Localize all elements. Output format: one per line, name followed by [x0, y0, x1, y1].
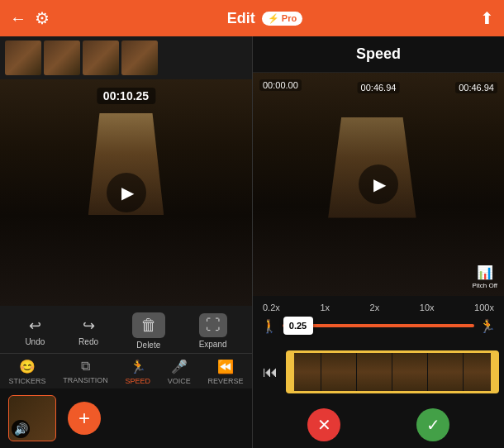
- timeline-frames: [286, 350, 499, 393]
- reverse-label: REVERSE: [208, 377, 244, 385]
- share-button[interactable]: ⬆: [480, 8, 494, 28]
- action-buttons: ↩ Undo ↪ Redo 🗑 Delete ⛶ Expand: [0, 306, 252, 353]
- reverse-icon: ⏪: [217, 359, 234, 374]
- edit-label: Edit: [227, 10, 255, 27]
- undo-icon: ↩: [29, 317, 41, 335]
- audio-icon: 🔊: [12, 420, 30, 438]
- settings-button[interactable]: ⚙: [35, 8, 50, 28]
- pitch-off-button[interactable]: 📊 Pitch Off: [472, 265, 497, 289]
- delete-icon: 🗑: [132, 312, 165, 338]
- tool-tabs: 😊 STICKERS ⧉ TRANSITION 🏃 SPEED 🎤 VOICE …: [0, 353, 252, 388]
- speed-label-2x: 2x: [370, 303, 380, 312]
- back-button[interactable]: ←: [10, 9, 26, 28]
- rewind-button[interactable]: ⏮: [258, 364, 283, 381]
- speed-label-10x: 10x: [420, 303, 435, 312]
- tab-reverse[interactable]: ⏪ REVERSE: [208, 359, 244, 385]
- timestamp-overlay: 00:10.25: [97, 88, 155, 104]
- ts-end-wrap: 00:46.94: [455, 79, 497, 94]
- tab-voice[interactable]: 🎤 VOICE: [168, 359, 191, 385]
- speed-icons-row: 🚶 0.25 🏃: [261, 316, 496, 336]
- expand-icon: ⛶: [199, 313, 227, 337]
- speed-icon: 🏃: [130, 359, 146, 374]
- fast-runner-icon: 🏃: [479, 318, 496, 334]
- timeline-border-bottom: [294, 391, 491, 393]
- tab-stickers[interactable]: 😊 STICKERS: [8, 359, 45, 385]
- cancel-icon: ✕: [317, 415, 331, 435]
- timeline-frame-5: [428, 350, 464, 393]
- filmstrip-thumb-4: [121, 41, 158, 75]
- delete-label: Delete: [136, 341, 160, 350]
- speed-play-button[interactable]: [359, 164, 398, 204]
- filmstrip-thumb-3: [83, 41, 119, 75]
- expand-label: Expand: [199, 340, 227, 349]
- speed-label-1x: 1x: [320, 303, 330, 312]
- main-content: 00:10.25 ↩ Undo ↪ Redo 🗑 Delete ⛶: [0, 36, 504, 448]
- filmstrip-thumb-2: [44, 41, 80, 75]
- speed-label-100x: 100x: [474, 303, 494, 312]
- speed-video-preview: 00:00.00 00:46.94 00:46.94 📊 Pitch Off: [253, 73, 504, 296]
- ts-center: 00:46.94: [358, 82, 400, 93]
- transition-icon: ⧉: [81, 359, 90, 374]
- confirm-icon: ✓: [426, 415, 440, 435]
- slow-walker-icon: 🚶: [261, 318, 278, 334]
- speed-bottom-area: ⏮: [253, 346, 504, 402]
- transition-label: TRANSITION: [63, 376, 108, 384]
- ts-end: 00:46.94: [455, 82, 497, 93]
- add-clip-button[interactable]: +: [68, 402, 101, 435]
- speed-label-0.2x: 0.2x: [263, 303, 280, 312]
- ts-center-wrap: 00:46.94: [358, 79, 400, 94]
- voice-icon: 🎤: [171, 359, 188, 374]
- top-bar: ← ⚙ Edit Pro ⬆: [0, 0, 504, 36]
- bottom-controls: ↩ Undo ↪ Redo 🗑 Delete ⛶ Expand: [0, 306, 252, 388]
- confirm-button[interactable]: ✓: [416, 408, 449, 441]
- right-panel: Speed 00:00.00 00:46.94 00:46.94 📊: [253, 36, 504, 448]
- undo-button[interactable]: ↩ Undo: [25, 317, 45, 346]
- speed-thumb[interactable]: 0.25: [283, 317, 313, 335]
- timeline-wrapper: [286, 346, 499, 398]
- redo-icon: ↪: [83, 317, 95, 335]
- top-bar-left: ← ⚙: [10, 8, 50, 28]
- voice-label: VOICE: [168, 377, 191, 385]
- filmstrip-thumb-1: [5, 41, 41, 75]
- add-icon: +: [78, 407, 90, 430]
- speed-slider[interactable]: 0.25: [283, 316, 474, 336]
- top-bar-center: Edit Pro: [227, 10, 302, 27]
- clip-thumbnail[interactable]: 🔊: [8, 395, 56, 441]
- timeline-frame-3: [357, 350, 392, 393]
- stickers-label: STICKERS: [8, 377, 45, 385]
- pro-badge[interactable]: Pro: [262, 12, 302, 26]
- clip-row: 🔊 +: [0, 388, 252, 448]
- timeline-frame-4: [392, 350, 428, 393]
- timeline-frame-2: [321, 350, 357, 393]
- pitch-off-label: Pitch Off: [472, 282, 497, 289]
- bottom-action-bar: ✕ ✓: [253, 402, 504, 448]
- undo-label: Undo: [25, 337, 45, 346]
- speed-labels: 0.2x 1x 2x 10x 100x: [261, 303, 496, 312]
- top-bar-right: ⬆: [480, 8, 494, 28]
- delete-button[interactable]: 🗑 Delete: [132, 312, 165, 350]
- redo-label: Redo: [78, 337, 98, 346]
- speed-label: SPEED: [125, 377, 150, 385]
- timeline-right-handle[interactable]: [491, 350, 499, 393]
- left-panel: 00:10.25 ↩ Undo ↪ Redo 🗑 Delete ⛶: [0, 36, 252, 448]
- play-button[interactable]: [107, 173, 146, 212]
- pitch-icon: 📊: [477, 265, 493, 280]
- redo-button[interactable]: ↪ Redo: [78, 317, 98, 346]
- video-preview: 00:10.25: [0, 79, 252, 306]
- speed-controls: 0.2x 1x 2x 10x 100x 🚶 0.25 🏃: [253, 296, 504, 346]
- cancel-button[interactable]: ✕: [307, 408, 340, 441]
- ts-start: 00:00.00: [259, 79, 302, 91]
- timeline-left-handle[interactable]: [286, 350, 294, 393]
- speed-panel-header: Speed: [253, 36, 504, 73]
- tab-transition[interactable]: ⧉ TRANSITION: [63, 359, 108, 385]
- expand-button[interactable]: ⛶ Expand: [199, 313, 227, 349]
- timeline-border-top: [294, 350, 491, 353]
- filmstrip-top: [0, 36, 252, 79]
- stickers-icon: 😊: [19, 359, 36, 374]
- timeline-strip: [286, 350, 499, 393]
- speed-title: Speed: [356, 45, 401, 63]
- tab-speed[interactable]: 🏃 SPEED: [125, 359, 150, 385]
